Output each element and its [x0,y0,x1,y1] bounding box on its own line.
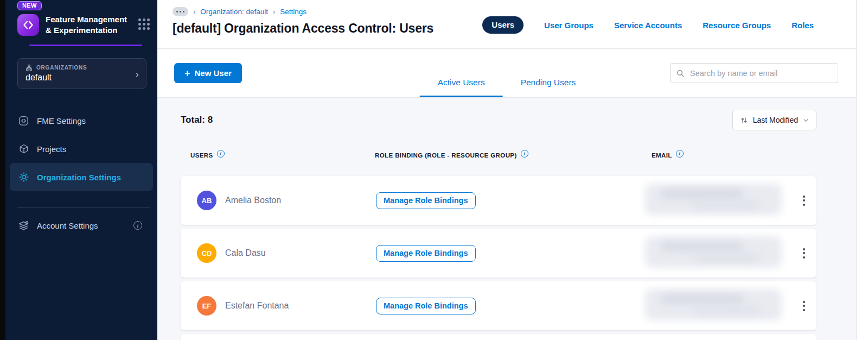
tab-pending-users[interactable]: Pending Users [503,68,594,97]
kebab-menu-icon[interactable] [792,299,816,313]
user-name: Amelia Boston [225,196,281,205]
kebab-menu-icon[interactable] [792,193,816,208]
sidebar-item-projects[interactable]: Projects [10,135,153,163]
toolbar: + New User Active Users Pending Users [157,49,856,98]
page-header: › Organization: default › Settings [defa… [157,0,856,49]
projects-cube-icon [18,143,29,155]
users-table: AB Amelia Boston Manage Role Bindings CD… [181,176,816,340]
tab-service-accounts[interactable]: Service Accounts [614,21,682,30]
table-row: CD Cala Dasu Manage Role Bindings [181,229,816,278]
new-user-button[interactable]: + New User [174,63,242,83]
purple-accent-rule [29,45,142,46]
access-control-tabs: Users User Groups Service Accounts Resou… [482,16,814,34]
tab-users[interactable]: Users [482,16,524,34]
column-header-role-binding: ROLE BINDING (ROLE - RESOURCE GROUP)i [375,152,652,159]
search-input[interactable] [670,63,838,83]
info-icon[interactable]: i [521,150,528,158]
user-name: Estefan Fontana [225,301,289,311]
manage-role-bindings-button[interactable]: Manage Role Bindings [376,298,476,314]
manage-role-bindings-button[interactable]: Manage Role Bindings [376,192,476,209]
sidebar-divider [17,207,150,208]
users-list-section: Total: 8 Last Modified USERSi [157,98,856,340]
gear-icon [18,172,29,183]
info-icon[interactable]: i [217,150,225,158]
avatar: EF [197,296,216,316]
table-header-row: USERSi ROLE BINDING (ROLE - RESOURCE GRO… [181,151,816,160]
sidebar-item-label: Organization Settings [37,173,121,182]
product-title: Feature Management & Experimentation [46,14,131,36]
org-selector-label: ORGANIZATIONS [36,65,87,71]
sidebar: NEW Feature Management & Experimentation [5,0,157,340]
tab-resource-groups[interactable]: Resource Groups [703,21,771,30]
org-selector-value: default [25,73,138,83]
column-header-users: USERSi [190,152,375,159]
manage-role-bindings-button[interactable]: Manage Role Bindings [376,245,476,262]
breadcrumb-separator: › [193,8,195,16]
organization-selector[interactable]: ORGANIZATIONS default › [17,58,146,89]
sidebar-item-label: Projects [37,144,66,154]
sidebar-nav: FME Settings Projects Organization Se [5,106,157,240]
sidebar-item-label: Account Settings [37,221,98,230]
tab-active-users[interactable]: Active Users [420,68,503,97]
search-icon [676,69,685,78]
breadcrumb-link-settings[interactable]: Settings [280,8,307,16]
right-gutter [857,0,868,340]
app-window: NEW Feature Management & Experimentation [0,0,868,340]
avatar: CD [197,243,216,263]
new-badge: NEW [17,1,42,10]
total-count: Total: 8 [181,115,213,125]
fme-settings-icon [18,115,29,127]
apps-grid-icon[interactable] [138,18,150,30]
column-header-email: EMAILi [652,152,792,159]
breadcrumb-link-organization[interactable]: Organization: default [200,8,268,16]
ellipsis-icon[interactable] [173,7,188,16]
sidebar-item-account-settings[interactable]: Account Settings i [10,211,153,240]
tab-roles[interactable]: Roles [792,21,814,30]
split-logo-icon [17,14,39,36]
breadcrumb-separator: › [273,8,275,16]
org-hierarchy-icon [25,64,33,71]
avatar: AB [197,191,216,210]
account-layers-icon [18,220,29,231]
sort-dropdown[interactable]: Last Modified [732,110,816,130]
info-icon[interactable]: i [133,221,142,230]
kebab-menu-icon[interactable] [792,246,816,261]
table-row: EF Estefan Fontana Manage Role Bindings [181,281,816,330]
background-edge-strip [0,0,5,340]
chevron-down-icon [803,117,809,123]
info-icon[interactable]: i [676,150,684,158]
breadcrumb: › Organization: default › Settings [173,7,856,16]
user-name: Cala Dasu [225,248,266,258]
chevron-right-icon: › [135,68,139,79]
tab-user-groups[interactable]: User Groups [544,21,593,30]
table-row: AB Amelia Boston Manage Role Bindings [181,176,816,225]
main-content: › Organization: default › Settings [defa… [157,0,857,340]
user-view-tabs: Active Users Pending Users [420,68,594,97]
sidebar-item-label: FME Settings [37,116,86,125]
sidebar-item-organization-settings[interactable]: Organization Settings [10,163,153,191]
blurred-email [645,184,782,215]
sidebar-header: NEW Feature Management & Experimentation [5,0,157,46]
sidebar-item-fme-settings[interactable]: FME Settings [10,106,153,135]
blurred-email [645,289,782,320]
table-row-partial [181,334,816,340]
blurred-email [645,236,782,268]
sort-arrows-icon [740,116,748,124]
